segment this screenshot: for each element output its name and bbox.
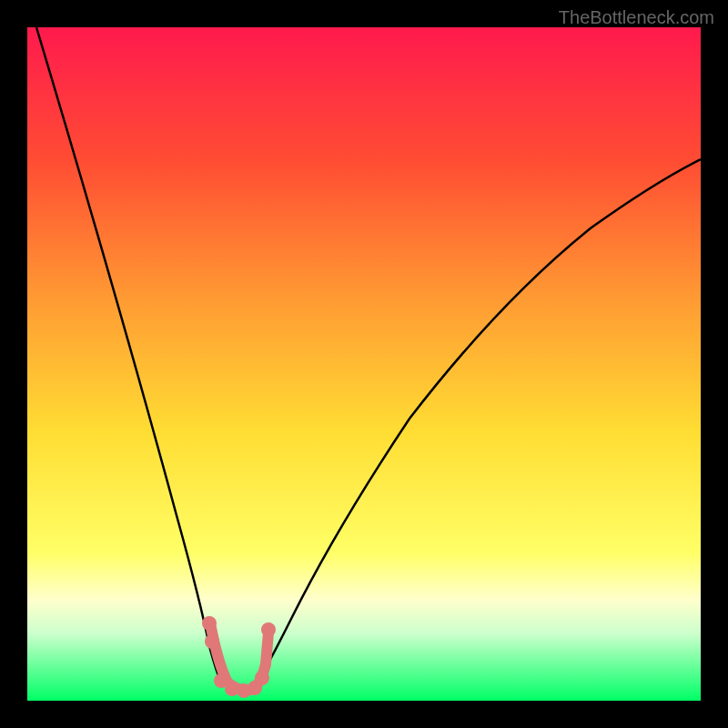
chart-area xyxy=(27,27,701,701)
marker-dot xyxy=(255,671,269,685)
watermark-text: TheBottleneck.com xyxy=(559,7,714,28)
marker-dot xyxy=(202,616,217,631)
marker-dot xyxy=(261,622,276,637)
gradient-background xyxy=(27,27,701,701)
marker-dot xyxy=(205,634,219,649)
chart-svg xyxy=(27,27,701,701)
